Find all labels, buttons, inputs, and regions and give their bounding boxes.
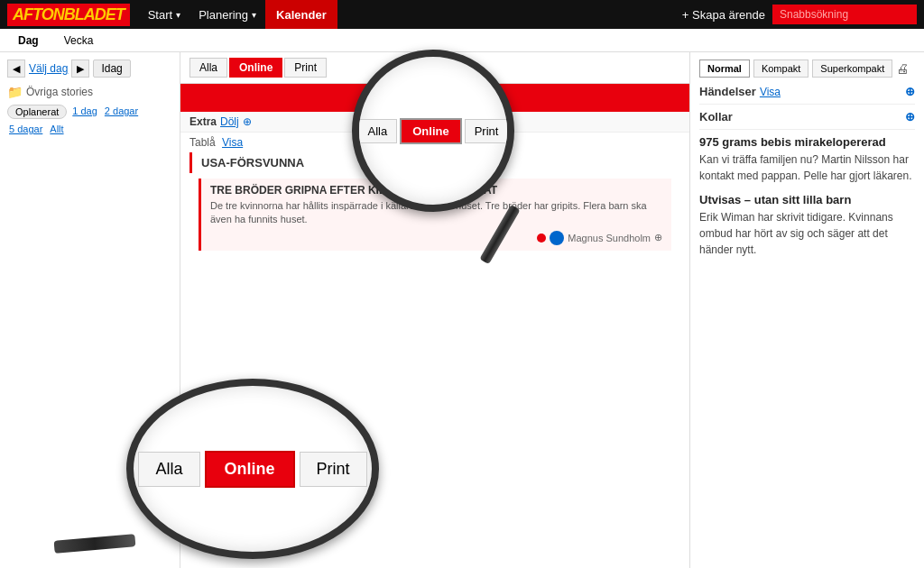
filter-alla-button[interactable]: Alla	[189, 58, 227, 78]
tablå-action[interactable]: Visa	[222, 136, 243, 149]
view-superkompakt-button[interactable]: Superkompakt	[812, 60, 892, 78]
avatar	[550, 231, 564, 245]
nav-start[interactable]: Start ▾	[139, 0, 189, 29]
story-title: TRE BRÖDER GRIPNA EFTER KIDNAPPNINGSDRAM…	[210, 184, 662, 197]
logo-text-yellow: BLADET	[64, 5, 125, 23]
sidebar: ◀ Välj dag ▶ Idag 📁 Övriga stories Oplan…	[0, 52, 180, 568]
date-header-label: tisdag 7 maj	[386, 90, 465, 105]
next-day-button[interactable]: ▶	[71, 60, 89, 78]
tablå-row: Tablå Visa	[180, 133, 689, 152]
author-name: Magnus Sundholm	[568, 233, 651, 243]
story-status-dot	[537, 234, 546, 243]
logo-text-white: AFTON	[13, 5, 64, 23]
story-item: TRE BRÖDER GRIPNA EFTER KIDNAPPNINGSDRAM…	[189, 179, 680, 251]
story-body: De tre kvinnorna har hållits inspärrade …	[210, 199, 662, 227]
search-input[interactable]	[772, 5, 917, 24]
kollar-add-icon[interactable]: ⊕	[905, 110, 915, 124]
view-kompakt-button[interactable]: Kompakt	[753, 60, 808, 78]
tab-vecka[interactable]: Vecka	[53, 32, 105, 50]
filter-2dagar[interactable]: 2 dagar	[103, 105, 140, 119]
prev-day-button[interactable]: ◀	[7, 60, 25, 78]
date-header: tisdag 7 maj ⊕	[180, 84, 689, 112]
view-normal-button[interactable]: Normal	[699, 60, 750, 78]
divider2	[699, 129, 915, 130]
planering-label: Planering	[199, 8, 248, 22]
story-settings-icon[interactable]: ⊕	[654, 232, 662, 243]
divider1	[699, 104, 915, 105]
select-day-label[interactable]: Välj dag	[29, 62, 68, 75]
kolla1-title: 975 grams bebis mirakelopererad	[699, 135, 915, 149]
print-icon[interactable]: 🖨	[896, 61, 909, 76]
planering-arrow-icon: ▾	[252, 10, 256, 20]
date-add-icon[interactable]: ⊕	[472, 89, 484, 106]
handelser-add-icon[interactable]: ⊕	[905, 85, 915, 98]
kolla2-body: Erik Wiman har skrivit tidigare. Kvinnan…	[699, 209, 915, 258]
tab-dag[interactable]: Dag	[7, 32, 50, 50]
date-nav: ◀ Välj dag ▶ Idag	[7, 60, 172, 78]
view-options: Normal Kompakt Superkompakt 🖨	[699, 60, 915, 78]
filter-oplanerat[interactable]: Oplanerat	[7, 105, 67, 119]
filter-bar: Alla Online Print	[180, 52, 689, 84]
handelser-action[interactable]: Visa	[760, 86, 781, 98]
extra-label: Extra	[189, 115, 217, 128]
extra-action[interactable]: Dölj	[220, 115, 239, 128]
extra-section-header: Extra Dölj ⊕	[180, 112, 689, 133]
usa-label: USA-FÖRSVUNNA	[201, 156, 304, 169]
center-content: Alla Online Print tisdag 7 maj ⊕ Extra D…	[180, 52, 689, 568]
filter-row: Oplanerat 1 dag 2 dagar 5 dagar Allt	[7, 105, 172, 135]
kalender-label: Kalender	[276, 8, 327, 22]
top-bar: AFTONBLADET Start ▾ Planering ▾ Kalender…	[0, 0, 924, 29]
usa-row: USA-FÖRSVUNNA	[189, 152, 680, 173]
nav-planering[interactable]: Planering ▾	[189, 0, 265, 29]
main-layout: ◀ Välj dag ▶ Idag 📁 Övriga stories Oplan…	[0, 52, 924, 568]
kollar-label: Kollar	[699, 110, 733, 124]
stories-folder-icon: 📁	[7, 85, 23, 99]
stories-header-label: Övriga stories	[26, 86, 93, 98]
filter-5dagar[interactable]: 5 dagar	[7, 123, 44, 135]
handelser-label: Händelser	[699, 85, 756, 98]
kollar-header: Kollar ⊕	[699, 110, 915, 124]
filter-online-button[interactable]: Online	[229, 58, 282, 78]
story-footer: Magnus Sundholm ⊕	[210, 231, 662, 245]
today-button[interactable]: Idag	[93, 60, 130, 78]
top-right: + Skapa ärende	[682, 5, 917, 24]
stories-header: 📁 Övriga stories	[7, 85, 172, 99]
nav-kalender[interactable]: Kalender	[265, 0, 337, 29]
right-panel: Normal Kompakt Superkompakt 🖨 Händelser …	[689, 52, 924, 568]
story-content: TRE BRÖDER GRIPNA EFTER KIDNAPPNINGSDRAM…	[199, 179, 671, 251]
tab-bar: Dag Vecka	[0, 29, 924, 52]
tablå-label: Tablå	[189, 136, 216, 149]
nav-start-label: Start	[148, 8, 172, 22]
handelser-header: Händelser Visa ⊕	[699, 85, 915, 98]
extra-add-icon[interactable]: ⊕	[243, 115, 252, 128]
kolla1-body: Kan vi träffa familjen nu? Martin Nilsso…	[699, 151, 915, 184]
logo: AFTONBLADET	[7, 4, 130, 26]
start-arrow-icon: ▾	[176, 10, 180, 20]
create-issue-button[interactable]: + Skapa ärende	[682, 8, 765, 22]
filter-print-button[interactable]: Print	[284, 58, 327, 78]
filter-1dag[interactable]: 1 dag	[70, 105, 99, 119]
filter-allt[interactable]: Allt	[48, 123, 65, 135]
kolla2-title: Utvisas – utan sitt lilla barn	[699, 193, 915, 206]
